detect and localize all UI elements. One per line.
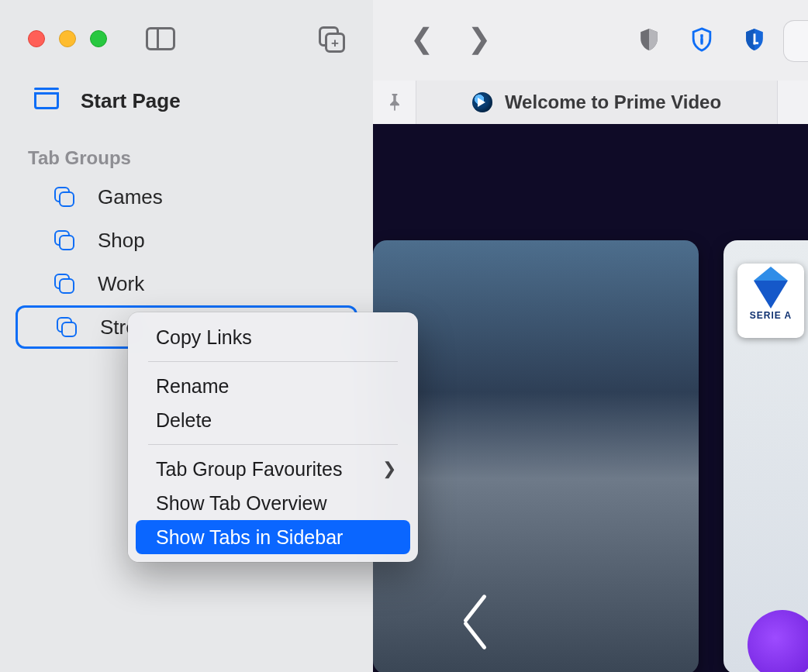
tab-group-label: Shop [98,229,145,253]
sidebar-list: Start Page Tab Groups Games Shop Work St… [0,78,373,349]
prime-video-favicon [472,92,492,112]
menu-show-tab-overview[interactable]: Show Tab Overview [136,486,410,520]
password-shield-icon[interactable] [744,27,765,50]
carousel-prev-icon[interactable] [464,620,497,653]
hero-card-1[interactable] [373,240,699,672]
menu-separator [148,444,398,445]
chevron-right-icon: ❯ [382,459,396,479]
menu-label: Copy Links [156,326,252,349]
menu-separator [148,361,398,362]
svg-rect-3 [700,39,703,45]
menu-tab-group-favourites[interactable]: Tab Group Favourites ❯ [136,452,410,486]
sidebar-item-start-page[interactable]: Start Page [0,78,373,124]
main-pane: ❮ ❯ Welcome to Prim [373,0,808,672]
menu-label: Delete [156,409,212,432]
menu-label: Tab Group Favourites [156,458,342,481]
plus-icon: + [325,33,345,53]
menu-rename[interactable]: Rename [136,369,410,403]
tab-prime-video[interactable]: Welcome to Prime Video [416,81,777,124]
menu-delete[interactable]: Delete [136,403,410,437]
tab-title: Welcome to Prime Video [505,91,721,113]
tab-group-context-menu: Copy Links Rename Delete Tab Group Favou… [128,312,418,562]
menu-show-tabs-in-sidebar[interactable]: Show Tabs in Sidebar [136,520,410,554]
tab-group-work[interactable]: Work [16,262,357,305]
traffic-lights [28,30,107,47]
menu-label: Rename [156,375,230,398]
tab-group-icon [54,230,74,250]
start-page-label: Start Page [81,89,181,113]
tab-group-icon [54,274,74,294]
window-close-button[interactable] [28,30,45,47]
window-minimize-button[interactable] [59,30,76,47]
tab-group-icon [54,187,74,207]
svg-rect-2 [700,35,703,37]
tab-group-icon [57,317,77,337]
address-bar[interactable] [783,20,808,62]
nav-arrows: ❮ ❯ [410,22,491,55]
privacy-report-icon[interactable] [639,27,659,50]
tab-groups-section-label: Tab Groups [0,124,373,175]
menu-label: Show Tab Overview [156,492,326,515]
toolbar-right: ❮ ❯ [373,0,808,78]
toolbar-left: + [0,0,373,78]
window-zoom-button[interactable] [90,30,107,47]
toggle-sidebar-button[interactable] [146,27,175,50]
tab-group-shop[interactable]: Shop [16,219,357,262]
back-button[interactable]: ❮ [410,22,433,55]
tab-group-games[interactable]: Games [16,175,357,219]
page-content[interactable]: SERIE A [373,124,808,672]
new-tab-group-button[interactable]: + [319,26,348,53]
serie-a-badge: SERIE A [737,264,804,338]
toolbar-icons-right [639,0,765,78]
serie-a-logo-icon [754,281,788,308]
tab-divider [777,81,808,124]
menu-copy-links[interactable]: Copy Links [136,320,410,354]
browser-window: + Start Page Tab Groups Games Shop Work [0,0,808,672]
tracker-shield-icon[interactable] [692,27,712,50]
serie-a-text: SERIE A [750,310,792,321]
laptop-icon [34,92,59,109]
pinned-tabs-button[interactable] [373,81,416,124]
forward-button[interactable]: ❯ [468,22,491,55]
tab-group-label: Work [98,272,144,296]
tab-strip: Welcome to Prime Video [373,81,808,124]
svg-rect-5 [754,42,759,44]
tab-group-label: Games [98,185,163,209]
menu-label: Show Tabs in Sidebar [156,526,343,549]
